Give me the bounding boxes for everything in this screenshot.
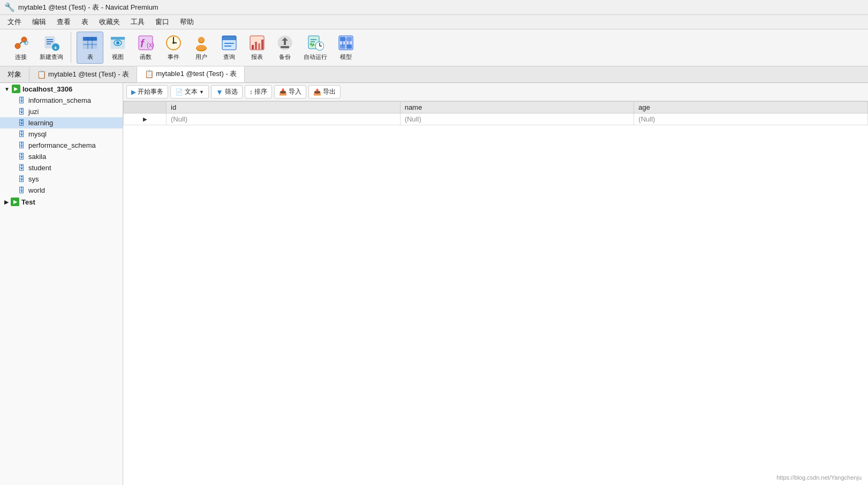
app-icon: 🔧	[4, 2, 15, 12]
query-icon	[221, 34, 238, 51]
begin-transaction-button[interactable]: ▶ 开始事务	[126, 85, 168, 98]
event-button[interactable]: 事件	[160, 32, 187, 63]
tab-object-label: 对象	[7, 70, 21, 79]
svg-rect-33	[222, 36, 236, 40]
menu-table[interactable]: 表	[76, 16, 94, 28]
db-information-schema[interactable]: 🗄 information_schema	[0, 95, 123, 106]
db-label-performance-schema: performance_schema	[28, 141, 96, 149]
db-mysql[interactable]: 🗄 mysql	[0, 128, 123, 140]
new-query-label: 新建查询	[40, 53, 63, 61]
db-performance-schema[interactable]: 🗄 performance_schema	[0, 140, 123, 151]
db-sakila[interactable]: 🗄 sakila	[0, 151, 123, 162]
svg-text:+: +	[25, 40, 28, 46]
db-student[interactable]: 🗄 student	[0, 162, 123, 173]
import-button[interactable]: 📥 导入	[274, 85, 306, 98]
db-label-sys: sys	[28, 175, 39, 183]
db-label-juzi: juzi	[28, 108, 39, 116]
db-label-sakila: sakila	[28, 153, 46, 161]
connection-name-test: Test	[21, 198, 35, 206]
filter-label: 筛选	[225, 87, 238, 96]
table-icon	[81, 34, 99, 51]
cell-age[interactable]: (Null)	[634, 113, 868, 125]
content-toolbar: ▶ 开始事务 📄 文本 ▼ ▼ 筛选 ↕ 排序 📥 导入 📤	[123, 83, 868, 101]
report-label: 报表	[251, 53, 263, 61]
svg-rect-50	[340, 37, 345, 41]
db-label-world: world	[28, 186, 45, 194]
svg-rect-20	[111, 37, 125, 40]
column-header-id[interactable]: id	[167, 102, 401, 113]
function-label: 函数	[140, 53, 152, 61]
table-row[interactable]: ▶ (Null) (Null) (Null)	[124, 113, 868, 125]
watermark: https://blog.csdn.net/Yangchenju	[776, 474, 862, 481]
view-icon	[109, 34, 126, 51]
model-button[interactable]: 模型	[333, 32, 359, 63]
menu-edit[interactable]: 编辑	[27, 16, 51, 28]
function-button[interactable]: f (x) 函数	[132, 32, 159, 63]
svg-rect-13	[83, 37, 97, 41]
sort-button[interactable]: ↕ 排序	[245, 85, 272, 98]
user-icon	[193, 34, 210, 51]
connection-test[interactable]: ▶ ▶ Test	[0, 196, 123, 208]
query-button[interactable]: 查询	[216, 32, 243, 63]
column-header-age[interactable]: age	[634, 102, 868, 113]
tab-table-2[interactable]: 📋 mytable1 @test (Test) - 表	[137, 66, 245, 82]
menu-window[interactable]: 窗口	[150, 16, 175, 28]
svg-rect-42	[281, 46, 289, 48]
db-learning[interactable]: 🗄 learning	[0, 117, 123, 128]
db-icon-juzi: 🗄	[18, 108, 25, 116]
svg-rect-38	[255, 42, 257, 49]
tab-table-1-label: mytable1 @test (Test) - 表	[48, 70, 129, 79]
db-sys[interactable]: 🗄 sys	[0, 173, 123, 185]
tab-table-1[interactable]: 📋 mytable1 @test (Test) - 表	[29, 67, 137, 82]
connection-name-localhost: localhost_3306	[22, 85, 72, 93]
backup-button[interactable]: 备份	[271, 32, 298, 63]
svg-text:+: +	[54, 44, 57, 51]
auto-run-button[interactable]: 自动运行	[299, 32, 331, 63]
toolbar-group-objects: 表 视图 f (x) 函数	[73, 32, 363, 64]
db-icon-student: 🗄	[18, 164, 25, 172]
cell-name[interactable]: (Null)	[400, 113, 634, 125]
db-label-student: student	[28, 164, 51, 172]
svg-point-31	[197, 45, 206, 50]
db-juzi[interactable]: 🗄 juzi	[0, 106, 123, 117]
menu-help[interactable]: 帮助	[175, 16, 199, 28]
auto-run-icon	[307, 34, 324, 51]
view-button[interactable]: 视图	[104, 32, 131, 63]
svg-point-30	[199, 37, 204, 42]
connection-localhost[interactable]: ▼ ▶ localhost_3306	[0, 83, 123, 95]
connect-button[interactable]: + 连接	[7, 32, 34, 63]
new-query-button[interactable]: + 新建查询	[35, 32, 67, 63]
menu-file[interactable]: 文件	[2, 16, 27, 28]
toolbar-group-connection: + 连接 + 新建查询	[4, 32, 71, 63]
menu-view[interactable]: 查看	[51, 16, 76, 28]
main-toolbar: + 连接 + 新建查询	[0, 29, 868, 66]
db-label-learning: learning	[28, 119, 53, 127]
table-label: 表	[87, 53, 93, 61]
text-label: 文本	[185, 87, 198, 96]
table-button[interactable]: 表	[77, 32, 103, 64]
import-label: 导入	[289, 87, 301, 96]
svg-point-0	[15, 43, 20, 49]
export-icon: 📤	[313, 88, 321, 96]
data-table: id name age ▶ (Null) (Null) (Null)	[123, 101, 868, 125]
filter-icon: ▼	[216, 88, 223, 96]
svg-rect-53	[346, 44, 352, 49]
export-button[interactable]: 📤 导出	[308, 85, 341, 98]
column-header-name[interactable]: name	[400, 102, 634, 113]
report-button[interactable]: 报表	[244, 32, 270, 63]
menu-favorites[interactable]: 收藏夹	[94, 16, 125, 28]
svg-point-27	[172, 42, 175, 44]
tab-bar: 对象 📋 mytable1 @test (Test) - 表 📋 mytable…	[0, 66, 868, 83]
db-world[interactable]: 🗄 world	[0, 185, 123, 196]
svg-rect-40	[261, 40, 263, 49]
filter-button[interactable]: ▼ 筛选	[211, 85, 243, 98]
db-icon-mysql: 🗄	[18, 130, 25, 138]
user-button[interactable]: 用户	[188, 32, 215, 63]
menu-tools[interactable]: 工具	[125, 16, 150, 28]
tab-object[interactable]: 对象	[0, 67, 29, 82]
svg-rect-51	[346, 37, 352, 41]
table-tab-icon-1: 📋	[37, 70, 46, 79]
cell-id[interactable]: (Null)	[167, 113, 401, 125]
text-button[interactable]: 📄 文本 ▼	[170, 85, 209, 98]
svg-text:(x): (x)	[147, 41, 154, 49]
